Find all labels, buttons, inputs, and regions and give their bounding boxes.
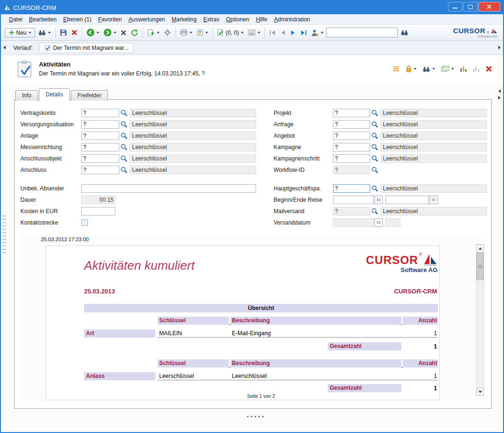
versanddatum-zeit-input[interactable] [385, 218, 400, 227]
field-label: Anlage [20, 132, 81, 139]
user-search-button[interactable] [310, 28, 325, 38]
nav-prev-button[interactable] [279, 29, 287, 37]
menu-bearbeiten[interactable]: Bearbeiten [26, 15, 60, 24]
print-button[interactable] [179, 28, 194, 37]
horizontal-splitter-handle[interactable] [247, 416, 265, 417]
lookup-magnifier-icon[interactable] [371, 143, 379, 151]
menu-favoriten[interactable]: Favoriten [95, 15, 125, 24]
scroll-down-button[interactable] [476, 388, 484, 395]
lookup-magnifier-icon[interactable] [371, 155, 379, 162]
chevron-down-icon [190, 32, 192, 34]
tab-details[interactable]: Details [39, 88, 70, 101]
scroll-up-button[interactable] [476, 245, 484, 252]
angebot-input[interactable] [333, 132, 370, 140]
calendar-button[interactable]: 31 [429, 196, 438, 204]
kampagnenschritt-input[interactable] [333, 154, 370, 163]
lookup-magnifier-icon[interactable] [120, 143, 128, 151]
cancel-button[interactable] [119, 29, 128, 37]
scroll-thumb[interactable] [476, 253, 484, 280]
send-mail-button[interactable] [440, 65, 455, 73]
vertical-splitter-handle[interactable] [3, 216, 4, 254]
calendar-button[interactable]: 31 [374, 218, 383, 227]
menu-auswertungen[interactable]: Auswertungen [125, 15, 169, 24]
record-search-button[interactable] [422, 65, 436, 73]
lookup-magnifier-icon[interactable] [371, 185, 379, 192]
menu-optionen[interactable]: Optionen [223, 15, 253, 24]
kosten-input[interactable] [81, 207, 115, 216]
selection-counter-button[interactable]: (0, 0) [216, 28, 245, 37]
lookup-magnifier-icon[interactable] [120, 132, 128, 140]
versanddatum-input[interactable] [333, 218, 374, 227]
messeinrichtung-input[interactable] [81, 143, 119, 151]
vertragskonto-input[interactable] [81, 109, 119, 117]
lookup-magnifier-icon[interactable] [120, 109, 128, 117]
statistics-disabled-button[interactable] [472, 65, 480, 73]
menu-datei[interactable]: Datei [6, 15, 26, 24]
delete-button[interactable] [70, 28, 79, 37]
projekt-input[interactable] [333, 109, 370, 117]
find-button[interactable] [399, 28, 410, 37]
report-scrollbar[interactable] [476, 244, 484, 396]
history-item[interactable]: Der Termin mit Magnani war... [39, 43, 133, 53]
menu-extras[interactable]: Extras [200, 15, 223, 24]
collapse-right-icon[interactable] [498, 46, 501, 49]
mailversand-input[interactable] [333, 207, 370, 216]
chevron-down-icon [114, 32, 116, 34]
workflow-id-input[interactable] [333, 166, 370, 174]
panel-collapse-chevrons[interactable] [498, 89, 501, 100]
lookup-magnifier-icon[interactable] [371, 166, 379, 174]
kontaktstrecke-checkbox[interactable] [81, 219, 88, 226]
report-button[interactable] [195, 28, 209, 37]
tab-info[interactable]: Info [15, 90, 38, 101]
new-button[interactable]: Neu [5, 28, 35, 38]
search-menu-button[interactable] [37, 28, 52, 37]
lookup-magnifier-icon[interactable] [371, 132, 379, 140]
nav-first-button[interactable] [268, 29, 277, 37]
reise-beginn-input[interactable] [333, 196, 374, 204]
close-record-button[interactable] [485, 65, 493, 73]
minimize-button[interactable] [448, 2, 462, 11]
brand-name: CURSOR [366, 254, 418, 266]
forward-button[interactable] [102, 28, 118, 38]
nav-next-button[interactable] [289, 29, 297, 37]
unbek-absender-input[interactable] [81, 184, 256, 193]
field-label: Kampagnenschritt [274, 155, 333, 162]
history-item-label: Der Termin mit Magnani war... [53, 45, 129, 51]
close-button[interactable] [478, 2, 500, 11]
list-menu-button[interactable] [392, 66, 400, 72]
image-export-button[interactable] [247, 28, 262, 37]
maximize-button[interactable] [463, 2, 477, 11]
lock-button[interactable] [405, 65, 417, 73]
assign-button[interactable] [162, 28, 172, 37]
hauptgeschaeftspartner-input[interactable] [333, 184, 370, 193]
refresh-button[interactable] [129, 28, 140, 38]
anschluss-input[interactable] [81, 166, 119, 174]
dauer-input[interactable] [81, 196, 115, 204]
vertical-splitter-handle[interactable] [5, 216, 6, 254]
new-related-button[interactable] [146, 28, 161, 37]
anlage-input[interactable] [81, 132, 119, 140]
kampagne-input[interactable] [333, 143, 370, 151]
reise-ende-input[interactable] [385, 196, 429, 204]
lookup-magnifier-icon[interactable] [120, 155, 128, 162]
lookup-magnifier-icon[interactable] [371, 207, 379, 215]
lookup-magnifier-icon[interactable] [120, 121, 128, 128]
menu-ebenen[interactable]: Ebenen (1) [60, 15, 95, 24]
anfrage-input[interactable] [333, 120, 370, 129]
anschlussobjekt-input[interactable] [81, 154, 119, 163]
save-button[interactable] [58, 28, 68, 37]
versorgungssituation-input[interactable] [81, 120, 119, 129]
quick-search-input[interactable] [326, 28, 398, 38]
tab-freifelder[interactable]: Freifelder [71, 90, 108, 101]
menu-administration[interactable]: Administration [271, 15, 314, 24]
menu-marketing[interactable]: Marketing [168, 15, 200, 24]
calendar-button[interactable]: 31 [374, 196, 383, 204]
lookup-magnifier-icon[interactable] [371, 121, 379, 128]
back-button[interactable] [85, 28, 101, 38]
collapse-left-icon[interactable] [3, 46, 6, 49]
menu-hilfe[interactable]: Hilfe [253, 15, 271, 24]
nav-last-button[interactable] [299, 29, 308, 37]
statistics-button[interactable] [459, 65, 467, 73]
lookup-magnifier-icon[interactable] [120, 166, 128, 174]
lookup-magnifier-icon[interactable] [371, 109, 379, 117]
